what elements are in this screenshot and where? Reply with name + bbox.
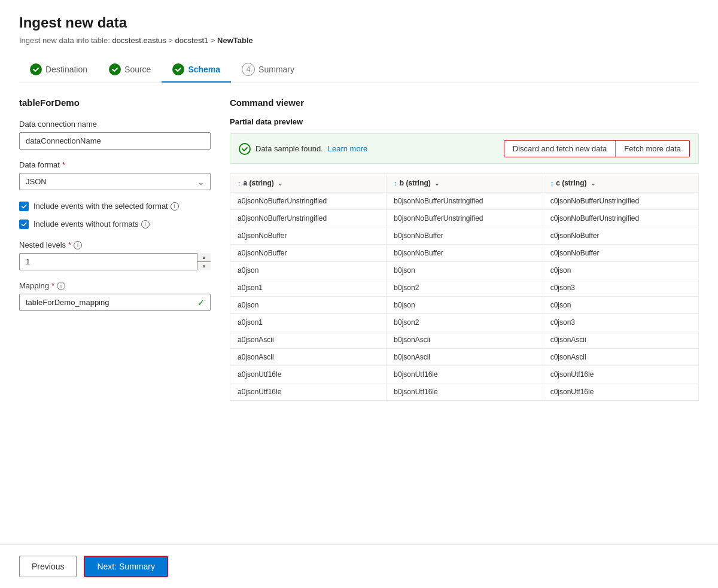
col-a-chevron-icon: ⌄ bbox=[278, 180, 282, 187]
connection-name-input[interactable] bbox=[19, 132, 211, 150]
table-cell-b-10: b0jsonUtf16le bbox=[387, 366, 543, 383]
table-row: a0jsonUtf16leb0jsonUtf16lec0jsonUtf16le bbox=[230, 383, 699, 401]
include-events-selected-group: Include events with the selected format … bbox=[19, 201, 211, 230]
tab-schema-label: Schema bbox=[188, 65, 220, 74]
nested-levels-group: Nested levels * i ▲ ▼ bbox=[19, 240, 211, 270]
mapping-input-wrapper: ✓ bbox=[19, 294, 211, 311]
tab-summary-label: Summary bbox=[258, 65, 294, 74]
col-a-sort-icon: ↕ bbox=[238, 179, 241, 187]
discard-fetch-button[interactable]: Discard and fetch new data bbox=[504, 141, 616, 157]
include-events-selected-checkbox[interactable] bbox=[19, 202, 29, 211]
breadcrumb-cluster: docstest.eastus bbox=[112, 36, 166, 45]
left-panel: tableForDemo Data connection name Data f… bbox=[19, 98, 211, 401]
data-format-label: Data format * bbox=[19, 160, 211, 169]
table-row: a0jsonb0jsonc0json bbox=[230, 297, 699, 314]
table-cell-a-8: a0jsonAscii bbox=[230, 331, 387, 349]
mapping-required: * bbox=[51, 281, 54, 290]
table-name: tableForDemo bbox=[19, 98, 211, 108]
learn-more-link[interactable]: Learn more bbox=[328, 144, 367, 153]
col-header-b[interactable]: ↕ b (string) ⌄ bbox=[387, 174, 543, 193]
data-format-dropdown-wrapper: JSON CSV TSV Parquet ⌄ bbox=[19, 173, 211, 190]
mapping-info-icon[interactable]: i bbox=[57, 282, 65, 290]
fetch-more-button[interactable]: Fetch more data bbox=[616, 141, 689, 157]
nested-levels-label: Nested levels * i bbox=[19, 240, 211, 249]
include-events-selected-checkbox-group: Include events with the selected format … bbox=[19, 201, 211, 212]
include-events-without-checkbox[interactable] bbox=[19, 220, 29, 229]
table-row: a0jsonUtf16leb0jsonUtf16lec0jsonUtf16le bbox=[230, 366, 699, 383]
command-viewer-title: Command viewer bbox=[230, 98, 699, 108]
table-cell-b-6: b0json bbox=[387, 297, 543, 314]
data-sample-text: Data sample found. bbox=[255, 144, 323, 153]
include-events-selected-label: Include events with the selected format … bbox=[34, 201, 211, 212]
table-cell-c-4: c0json bbox=[543, 262, 698, 279]
source-check-icon bbox=[109, 63, 121, 75]
tab-schema[interactable]: Schema bbox=[162, 57, 231, 83]
next-summary-button[interactable]: Next: Summary bbox=[84, 556, 168, 577]
col-b-label: b (string) bbox=[400, 179, 431, 187]
breadcrumb-prefix: Ingest new data into table: bbox=[19, 36, 110, 45]
col-b-chevron-icon: ⌄ bbox=[434, 180, 439, 187]
include-events-selected-info-icon[interactable]: i bbox=[171, 202, 179, 211]
table-row: a0jsonAsciib0jsonAsciic0jsonAscii bbox=[230, 349, 699, 366]
table-cell-c-10: c0jsonUtf16le bbox=[543, 366, 698, 383]
table-row: a0json1b0json2c0json3 bbox=[230, 314, 699, 331]
data-sample-bar: Data sample found. Learn more Discard an… bbox=[230, 133, 699, 164]
tab-destination[interactable]: Destination bbox=[19, 57, 98, 83]
table-row: a0jsonNoBufferUnstringifiedb0jsonNoBuffe… bbox=[230, 193, 699, 210]
table-cell-b-7: b0json2 bbox=[387, 314, 543, 331]
previous-button[interactable]: Previous bbox=[19, 556, 77, 577]
table-row: a0jsonAsciib0jsonAsciic0jsonAscii bbox=[230, 331, 699, 349]
table-cell-c-3: c0jsonNoBuffer bbox=[543, 245, 698, 262]
table-cell-c-0: c0jsonNoBufferUnstringified bbox=[543, 193, 698, 210]
data-format-group: Data format * JSON CSV TSV Parquet ⌄ bbox=[19, 160, 211, 190]
col-a-label: a (string) bbox=[244, 179, 274, 187]
connection-name-label: Data connection name bbox=[19, 120, 211, 129]
data-table-wrapper: ↕ a (string) ⌄ ↕ b (string) ⌄ bbox=[230, 173, 699, 401]
mapping-label: Mapping * i bbox=[19, 281, 211, 290]
footer: Previous Next: Summary bbox=[0, 544, 718, 588]
table-row: a0jsonNoBufferb0jsonNoBufferc0jsonNoBuff… bbox=[230, 227, 699, 245]
data-format-select[interactable]: JSON CSV TSV Parquet bbox=[19, 173, 211, 190]
col-header-a[interactable]: ↕ a (string) ⌄ bbox=[230, 174, 387, 193]
right-panel: Command viewer Partial data preview Data… bbox=[230, 98, 699, 401]
nested-levels-spin-buttons: ▲ ▼ bbox=[197, 253, 211, 270]
table-cell-a-6: a0json bbox=[230, 297, 387, 314]
schema-check-icon bbox=[172, 63, 184, 75]
breadcrumb-table: NewTable bbox=[217, 36, 253, 45]
col-c-label: c (string) bbox=[556, 179, 586, 187]
col-c-chevron-icon: ⌄ bbox=[591, 180, 595, 187]
nested-levels-required: * bbox=[68, 240, 71, 249]
table-cell-a-10: a0jsonUtf16le bbox=[230, 366, 387, 383]
data-table: ↕ a (string) ⌄ ↕ b (string) ⌄ bbox=[230, 173, 699, 401]
table-cell-c-7: c0json3 bbox=[543, 314, 698, 331]
table-row: a0jsonb0jsonc0json bbox=[230, 262, 699, 279]
page-title: Ingest new data bbox=[19, 14, 699, 31]
tab-summary[interactable]: 4 Summary bbox=[231, 57, 305, 83]
table-cell-c-8: c0jsonAscii bbox=[543, 331, 698, 349]
col-b-sort-icon: ↕ bbox=[394, 179, 397, 187]
breadcrumb-db: docstest1 bbox=[175, 36, 209, 45]
table-cell-c-1: c0jsonNoBufferUnstringified bbox=[543, 210, 698, 227]
table-row: a0json1b0json2c0json3 bbox=[230, 279, 699, 297]
table-cell-b-1: b0jsonNoBufferUnstringified bbox=[387, 210, 543, 227]
connection-name-group: Data connection name bbox=[19, 120, 211, 150]
table-cell-a-5: a0json1 bbox=[230, 279, 387, 297]
mapping-check-icon: ✓ bbox=[197, 298, 205, 307]
table-cell-c-5: c0json3 bbox=[543, 279, 698, 297]
nested-levels-input[interactable] bbox=[19, 253, 211, 270]
table-cell-a-9: a0jsonAscii bbox=[230, 349, 387, 366]
table-cell-a-3: a0jsonNoBuffer bbox=[230, 245, 387, 262]
breadcrumb: Ingest new data into table: docstest.eas… bbox=[19, 36, 699, 45]
mapping-input[interactable] bbox=[19, 294, 211, 311]
include-events-without-info-icon[interactable]: i bbox=[141, 220, 150, 229]
nested-levels-info-icon[interactable]: i bbox=[74, 241, 82, 249]
nested-levels-up-button[interactable]: ▲ bbox=[197, 253, 211, 262]
main-content: tableForDemo Data connection name Data f… bbox=[19, 98, 699, 401]
col-header-c[interactable]: ↕ c (string) ⌄ bbox=[543, 174, 698, 193]
tab-source[interactable]: Source bbox=[98, 57, 162, 83]
table-cell-a-2: a0jsonNoBuffer bbox=[230, 227, 387, 245]
table-cell-b-0: b0jsonNoBufferUnstringified bbox=[387, 193, 543, 210]
nested-levels-down-button[interactable]: ▼ bbox=[197, 262, 211, 270]
tab-destination-label: Destination bbox=[45, 65, 87, 74]
table-cell-b-11: b0jsonUtf16le bbox=[387, 383, 543, 401]
